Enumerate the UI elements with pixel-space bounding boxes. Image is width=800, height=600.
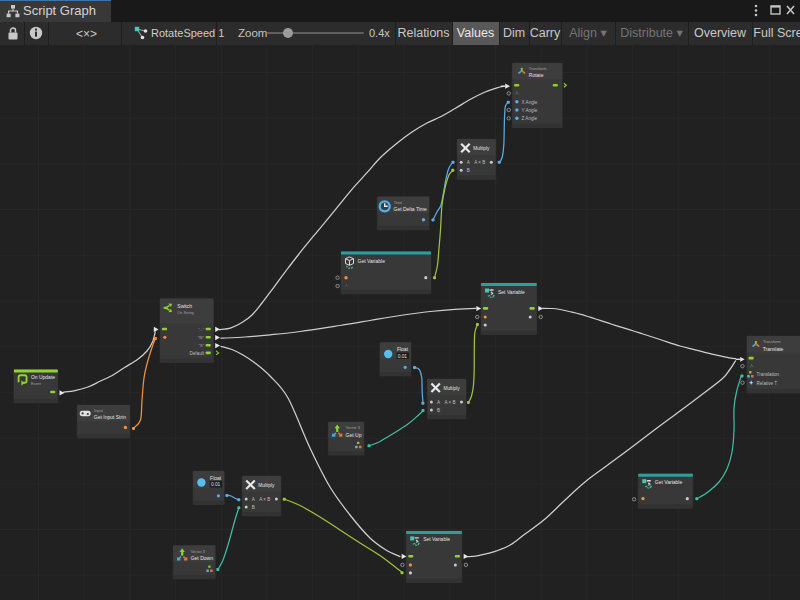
svg-text:A × B: A × B <box>474 160 485 165</box>
svg-text:Vector 3: Vector 3 <box>191 549 205 554</box>
svg-text:B: B <box>467 168 470 173</box>
svg-text:Get Input Strin: Get Input Strin <box>94 414 126 420</box>
svg-text:On String: On String <box>177 310 193 315</box>
svg-text:Multiply: Multiply <box>473 146 490 151</box>
svg-text:Vector 3: Vector 3 <box>346 425 360 430</box>
svg-text:Translation: Translation <box>757 372 780 377</box>
svg-text:Transform: Transform <box>529 66 547 71</box>
svg-text:Event: Event <box>31 381 42 386</box>
svg-text:X Angle: X Angle <box>522 100 538 105</box>
svg-text:Transform: Transform <box>763 339 781 344</box>
svg-text:Time: Time <box>394 200 403 205</box>
svg-text:Get Up: Get Up <box>346 432 362 438</box>
svg-text:Default: Default <box>189 351 204 356</box>
svg-text:0.01: 0.01 <box>398 354 408 359</box>
svg-text:Get Down: Get Down <box>191 555 213 561</box>
svg-text:Get Delta Time: Get Delta Time <box>394 206 428 212</box>
svg-text:Multiply: Multiply <box>258 483 275 488</box>
svg-text:Translate: Translate <box>763 346 784 352</box>
svg-text:B: B <box>437 408 440 413</box>
svg-text:Float: Float <box>210 475 222 481</box>
svg-text:"W": "W" <box>198 336 205 340</box>
svg-text:"...": "..." <box>198 328 205 332</box>
svg-text:"S": "S" <box>199 344 205 348</box>
svg-text:Set Variable: Set Variable <box>498 289 525 295</box>
svg-text:A × B: A × B <box>259 497 270 502</box>
svg-text:Z Angle: Z Angle <box>522 116 538 121</box>
svg-text:Set Variable: Set Variable <box>423 536 450 542</box>
svg-text:Switch: Switch <box>177 303 192 309</box>
svg-text:B: B <box>252 505 255 510</box>
svg-text:Rotate: Rotate <box>529 72 544 78</box>
svg-text:A × B: A × B <box>444 400 455 405</box>
svg-text:Relative T: Relative T <box>757 381 778 386</box>
svg-text:0.01: 0.01 <box>211 482 221 487</box>
svg-text:Get Variable: Get Variable <box>358 258 386 264</box>
svg-text:Float: Float <box>397 346 409 352</box>
svg-text:Y Angle: Y Angle <box>522 108 538 113</box>
svg-text:Multiply: Multiply <box>443 386 460 391</box>
svg-text:On Update: On Update <box>31 374 55 380</box>
svg-text:Get Variable: Get Variable <box>655 479 683 485</box>
svg-text:Input: Input <box>94 408 104 413</box>
